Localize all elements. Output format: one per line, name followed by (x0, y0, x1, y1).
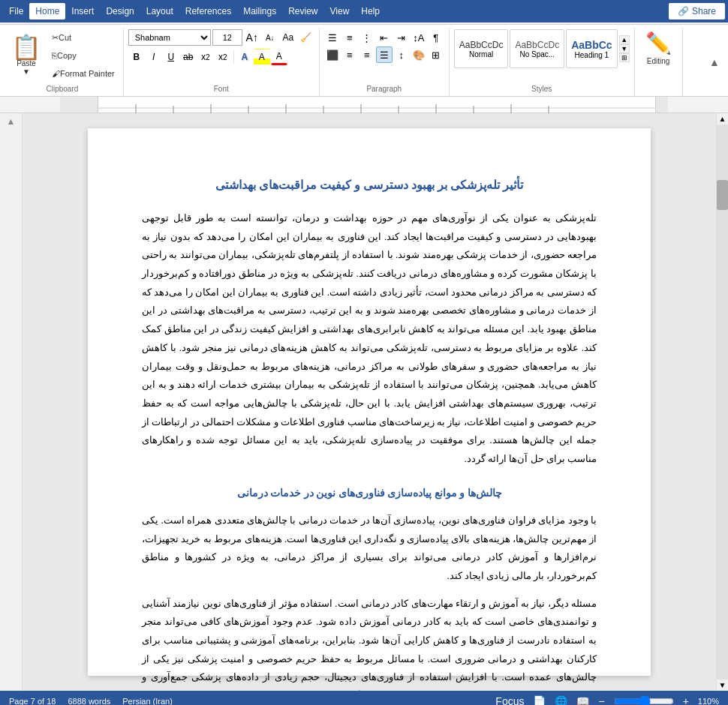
read-view-icon[interactable]: 📖 (576, 695, 589, 705)
document-paragraph-3[interactable]: مسئله دیگر، نیاز به آموزش و ارتقاء مهارت… (142, 595, 597, 691)
numbering-button[interactable]: ≡ (341, 29, 358, 46)
section-2-title: چالش‌ها و موانع پیاده‌سازی فناوری‌های نو… (142, 484, 597, 502)
align-right-button[interactable]: ≡ (359, 46, 375, 63)
scrollbar-thumb[interactable] (717, 180, 728, 210)
ribbon-right-controls: ▲ (702, 28, 726, 96)
strikethrough-button[interactable]: ab (180, 49, 197, 65)
share-button[interactable]: 🔗 Share (669, 3, 725, 20)
change-case-button[interactable]: Aa (280, 29, 296, 46)
cut-button[interactable]: ✂ Cut (48, 29, 119, 46)
copy-icon: ⎘ (52, 51, 57, 60)
document-paragraph-2[interactable]: با وجود مزایای فراوان فناوری‌های نوین، پ… (142, 512, 597, 586)
para-rows: ☰ ≡ ⋮ ⇤ ⇥ ↕A ¶ ⬛ ≡ ≡ ☰ ↕ 🎨 (324, 29, 444, 63)
italic-button[interactable]: I (146, 49, 162, 65)
font-name-row: Shabnam A↑ A↓ Aa 🧹 (128, 29, 314, 46)
justify-button[interactable]: ☰ (376, 46, 393, 63)
menu-insert[interactable]: Insert (65, 3, 100, 20)
align-center-button[interactable]: ≡ (341, 46, 358, 63)
paste-button[interactable]: 📋 Paste ▼ (6, 29, 47, 82)
style-normal-preview: AaBbCcDc (459, 40, 504, 50)
document-view-icon[interactable]: 📄 (533, 695, 546, 705)
scroll-up-button[interactable]: ▲ (0, 113, 22, 127)
highlight-color-button[interactable]: A (254, 49, 270, 65)
text-effects-button[interactable]: A (236, 49, 253, 65)
style-heading1[interactable]: AaBbCc Heading 1 (566, 29, 617, 68)
right-scrollbar[interactable]: ▲ ▼ (716, 113, 728, 691)
menu-file[interactable]: File (3, 3, 29, 20)
show-marks-button[interactable]: ¶ (428, 29, 444, 46)
scrollbar-track (717, 124, 728, 680)
paste-label: Paste (17, 59, 36, 68)
copy-button[interactable]: ⎘ Copy (48, 47, 119, 64)
font-label: Font (128, 83, 314, 96)
menu-layout[interactable]: Layout (140, 3, 179, 20)
style-heading1-label: Heading 1 (575, 51, 609, 59)
align-left-button[interactable]: ⬛ (324, 46, 341, 63)
shading-button[interactable]: 🎨 (411, 46, 427, 63)
clipboard-group: 📋 Paste ▼ ✂ Cut ⎘ Copy (2, 28, 124, 96)
borders-button[interactable]: ⊞ (428, 46, 444, 63)
font-name-select[interactable]: Shabnam (128, 29, 211, 46)
status-bar: Page 7 of 18 6888 words Persian (Iran) F… (0, 691, 728, 705)
ruler-markings (98, 97, 655, 113)
menu-mailings[interactable]: Mailings (237, 3, 282, 20)
clipboard-label: Clipboard (6, 83, 119, 96)
underline-button[interactable]: U (163, 49, 179, 65)
styles-scroll-down-button[interactable]: ▼ (619, 44, 630, 53)
web-view-icon[interactable]: 🌐 (555, 695, 567, 705)
status-bar-right: Focus 📄 🌐 📖 − + 110% (495, 695, 719, 705)
style-normal[interactable]: AaBbCcDc Normal (454, 29, 509, 68)
styles-expand-button[interactable]: ⊞ (619, 53, 630, 62)
paragraph-group: ☰ ≡ ⋮ ⇤ ⇥ ↕A ¶ ⬛ ≡ ≡ ☰ ↕ 🎨 (320, 28, 450, 96)
menu-references[interactable]: References (179, 3, 237, 20)
language[interactable]: Persian (Iran) (122, 697, 173, 705)
style-nospace[interactable]: AaBbCcDc No Spac... (510, 29, 564, 68)
share-icon: 🔗 (678, 6, 689, 16)
font-size-increase-button[interactable]: A↑ (244, 29, 260, 46)
style-normal-label: Normal (469, 50, 493, 58)
paste-arrow-icon: ▼ (23, 68, 30, 76)
format-painter-button[interactable]: 🖌 Format Painter (48, 65, 119, 82)
zoom-in-icon[interactable]: + (683, 695, 689, 705)
para-row-2: ⬛ ≡ ≡ ☰ ↕ 🎨 ⊞ (324, 46, 444, 63)
font-format-row: B I U ab x2 x2 A A A (128, 49, 287, 65)
styles-scroll-up-button[interactable]: ▲ (619, 35, 630, 44)
cut-icon: ✂ (52, 33, 59, 43)
menu-help[interactable]: Help (355, 3, 386, 20)
focus-label[interactable]: Focus (495, 695, 524, 705)
document-area[interactable]: تأثیر تله‌پزشکی بر بهبود دسترسی و کیفیت … (23, 113, 716, 691)
font-group-content: Shabnam A↑ A↓ Aa 🧹 B I U ab x2 x2 A (128, 28, 314, 83)
increase-indent-button[interactable]: ⇥ (393, 29, 410, 46)
scroll-bottom-button[interactable]: ▼ (717, 680, 728, 691)
editing-icon: ✏️ (645, 31, 672, 56)
menu-home[interactable]: Home (29, 3, 65, 20)
styles-list: AaBbCcDc Normal AaBbCcDc No Spac... AaBb… (454, 29, 630, 68)
clear-formatting-button[interactable]: 🧹 (298, 29, 314, 46)
superscript-button[interactable]: x2 (215, 49, 231, 65)
bold-button[interactable]: B (128, 49, 145, 65)
style-heading1-preview: AaBbCc (571, 39, 612, 51)
line-spacing-button[interactable]: ↕ (393, 46, 410, 63)
subscript-button[interactable]: x2 (197, 49, 214, 65)
zoom-slider[interactable] (614, 695, 674, 705)
zoom-out-icon[interactable]: − (598, 695, 604, 705)
ribbon-collapse-button[interactable]: ▲ (705, 53, 723, 71)
styles-group: AaBbCcDc Normal AaBbCcDc No Spac... AaBb… (450, 28, 635, 96)
main-area: ▲ تأثیر تله‌پزشکی بر بهبود دسترسی و کیفی… (0, 113, 728, 691)
multilevel-list-button[interactable]: ⋮ (359, 29, 375, 46)
bullets-button[interactable]: ☰ (324, 29, 341, 46)
menu-view[interactable]: View (324, 3, 356, 20)
scroll-top-button[interactable]: ▲ (717, 113, 728, 124)
paragraph-label: Paragraph (324, 83, 444, 96)
ruler-inner (98, 97, 656, 112)
font-color-button[interactable]: A (271, 49, 287, 65)
document-paragraph-1[interactable]: تله‌پزشکی به عنوان یکی از نوآوری‌های مهم… (142, 209, 597, 469)
clipboard-group-content: 📋 Paste ▼ ✂ Cut ⎘ Copy (6, 28, 119, 83)
font-size-decrease-button[interactable]: A↓ (262, 29, 278, 46)
font-size-input[interactable] (212, 29, 242, 46)
sort-button[interactable]: ↕A (411, 29, 427, 46)
editing-label: Editing (647, 57, 670, 65)
menu-review[interactable]: Review (282, 3, 323, 20)
menu-design[interactable]: Design (100, 3, 140, 20)
decrease-indent-button[interactable]: ⇤ (376, 29, 393, 46)
